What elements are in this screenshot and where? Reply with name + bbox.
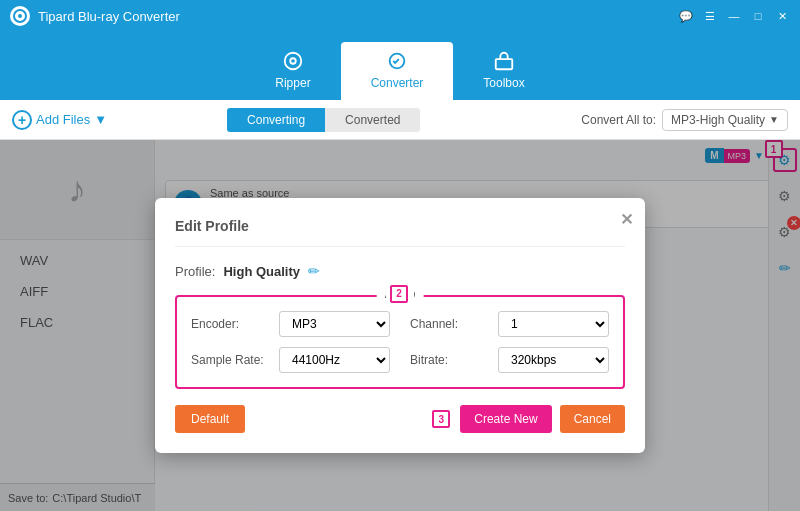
nav-item-toolbox[interactable]: Toolbox: [453, 42, 554, 100]
convert-all-value: MP3-High Quality: [671, 113, 765, 127]
cancel-button[interactable]: Cancel: [560, 405, 625, 433]
create-new-button[interactable]: Create New: [460, 405, 551, 433]
window-controls: 💬 ☰ — □ ✕: [678, 8, 790, 24]
modal-title: Edit Profile ✕: [175, 218, 625, 247]
main-content: ♪ WAV AIFF FLAC Save to: C:\Tipard Studi…: [0, 140, 800, 511]
svg-point-3: [290, 58, 296, 64]
modal-footer: Default 3 Create New Cancel: [175, 405, 625, 433]
tab-group: Converting Converted: [227, 108, 420, 132]
modal-close-button[interactable]: ✕: [620, 210, 633, 229]
encoder-row: Encoder: MP3: [191, 311, 390, 337]
sample-rate-label: Sample Rate:: [191, 353, 271, 367]
profile-edit-icon[interactable]: ✏: [308, 263, 320, 279]
nav-ripper-label: Ripper: [275, 76, 310, 90]
minimize-button[interactable]: —: [726, 8, 742, 24]
add-files-dropdown-arrow[interactable]: ▼: [94, 112, 107, 127]
chat-icon[interactable]: 💬: [678, 8, 694, 24]
modal-overlay: Edit Profile ✕ Profile: High Quality ✏ 2…: [0, 140, 800, 511]
tab-converted[interactable]: Converted: [325, 108, 420, 132]
channel-select[interactable]: 1: [498, 311, 609, 337]
step3-badge: 3: [432, 410, 450, 428]
profile-value: High Quality: [223, 264, 300, 279]
convert-all-section: Convert All to: MP3-High Quality ▼: [581, 109, 788, 131]
tab-converting[interactable]: Converting: [227, 108, 325, 132]
nav-toolbox-label: Toolbox: [483, 76, 524, 90]
nav-converter-label: Converter: [371, 76, 424, 90]
step2-badge: 2: [390, 285, 408, 303]
bitrate-select[interactable]: 320kbps: [498, 347, 609, 373]
close-button[interactable]: ✕: [774, 8, 790, 24]
edit-profile-modal: Edit Profile ✕ Profile: High Quality ✏ 2…: [155, 198, 645, 453]
sample-rate-select[interactable]: 44100Hz: [279, 347, 390, 373]
convert-all-dropdown[interactable]: MP3-High Quality ▼: [662, 109, 788, 131]
encoder-select[interactable]: MP3: [279, 311, 390, 337]
step2-container: 2 Audio Encoder: MP3 C: [175, 295, 625, 389]
channel-label: Channel:: [410, 317, 490, 331]
profile-row: Profile: High Quality ✏: [175, 263, 625, 279]
app-title: Tipard Blu-ray Converter: [38, 9, 180, 24]
add-files-button[interactable]: + Add Files ▼: [12, 110, 107, 130]
channel-row: Channel: 1: [410, 311, 609, 337]
nav-item-ripper[interactable]: Ripper: [245, 42, 340, 100]
sample-rate-row: Sample Rate: 44100Hz: [191, 347, 390, 373]
svg-rect-5: [496, 59, 513, 69]
audio-section: Audio Encoder: MP3 Channel:: [175, 295, 625, 389]
bitrate-label: Bitrate:: [410, 353, 490, 367]
bitrate-row: Bitrate: 320kbps: [410, 347, 609, 373]
svg-point-1: [18, 14, 22, 18]
convert-all-arrow[interactable]: ▼: [769, 114, 779, 125]
modal-title-text: Edit Profile: [175, 218, 249, 234]
add-files-label: Add Files: [36, 112, 90, 127]
title-bar: Tipard Blu-ray Converter 💬 ☰ — □ ✕: [0, 0, 800, 32]
step2-badge-wrapper: 2: [386, 283, 414, 303]
add-plus-icon: +: [12, 110, 32, 130]
convert-all-label: Convert All to:: [581, 113, 656, 127]
profile-label: Profile:: [175, 264, 215, 279]
audio-form-grid: Encoder: MP3 Channel: 1: [191, 311, 609, 373]
default-button[interactable]: Default: [175, 405, 245, 433]
svg-point-2: [285, 53, 302, 70]
menu-icon[interactable]: ☰: [702, 8, 718, 24]
nav-bar: Ripper Converter Toolbox: [0, 32, 800, 100]
app-icon: [10, 6, 30, 26]
maximize-button[interactable]: □: [750, 8, 766, 24]
encoder-label: Encoder:: [191, 317, 271, 331]
nav-item-converter[interactable]: Converter: [341, 42, 454, 100]
toolbar: + Add Files ▼ Converting Converted Conve…: [0, 100, 800, 140]
